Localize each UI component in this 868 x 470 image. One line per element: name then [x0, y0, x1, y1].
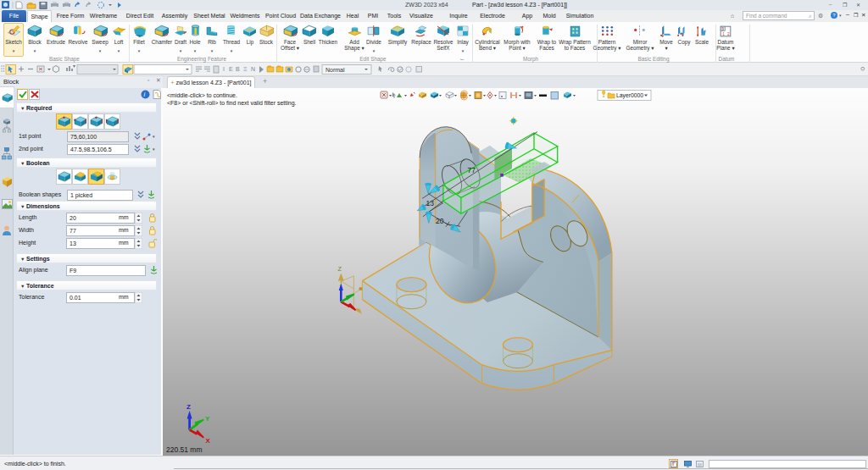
svg-text:77: 77 — [468, 166, 476, 174]
svg-text:Ξ: Ξ — [243, 66, 248, 72]
svg-text:20: 20 — [436, 217, 444, 225]
svg-text:Z: Z — [338, 265, 342, 273]
svg-text:13: 13 — [426, 199, 435, 207]
svg-text:X: X — [206, 437, 211, 445]
svg-text:220.51 mm: 220.51 mm — [166, 445, 203, 454]
svg-text:Y: Y — [205, 415, 210, 423]
svg-text:N: N — [251, 66, 255, 72]
svg-text:I: I — [223, 66, 225, 72]
svg-text:Normal: Normal — [326, 67, 345, 73]
svg-text:Z: Z — [186, 403, 191, 411]
svg-text:B: B — [236, 66, 240, 72]
svg-text:E: E — [229, 66, 233, 72]
svg-text:Layer0000: Layer0000 — [616, 92, 643, 99]
